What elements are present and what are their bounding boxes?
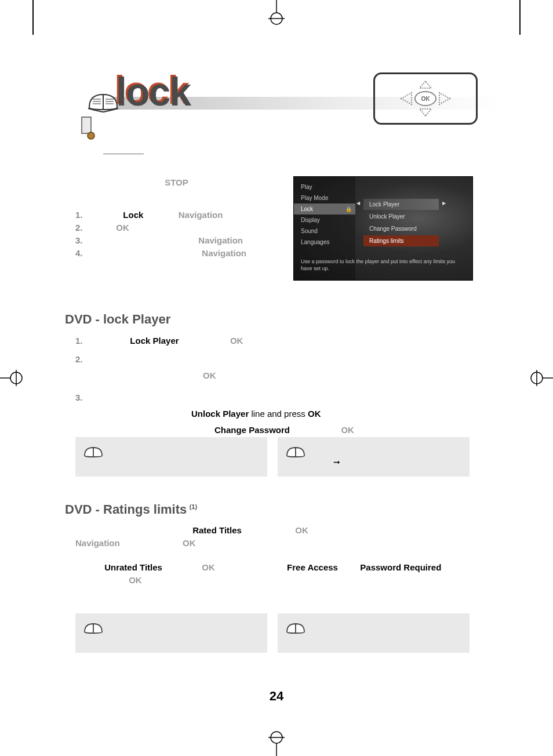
note-box (75, 613, 267, 653)
svg-text:OK: OK (421, 96, 431, 102)
note-box: ➞ (278, 437, 470, 477)
osd-menu-item: Display (301, 215, 355, 226)
osd-menu-item: Languages (301, 237, 355, 248)
osd-menu-item: Play (301, 181, 355, 192)
section-heading: DVD - lock Player (65, 312, 495, 327)
osd-menu-item-selected: Lock 🔒 (294, 203, 355, 215)
page-content: lock lock OK STOP (35, 35, 518, 721)
open-book-icon (83, 444, 104, 461)
svg-point-20 (88, 132, 94, 139)
ok-label: OK (203, 370, 216, 380)
crop-mark (32, 0, 34, 35)
unrated-titles-label: Unrated Titles (104, 562, 162, 572)
registration-mark-left (0, 366, 26, 390)
lock-icon: 🔒 (345, 206, 352, 212)
ok-label: OK (116, 223, 129, 232)
osd-option-highlight: Ratings limits (363, 235, 439, 246)
inline-text: line and press (251, 409, 305, 419)
free-access-label: Free Access (287, 562, 338, 572)
stop-line: STOP (75, 177, 188, 187)
registration-mark-top (265, 0, 288, 28)
open-book-icon (286, 444, 307, 461)
change-password-label: Change Password (214, 425, 290, 435)
registration-mark-right (527, 366, 553, 390)
note-box (75, 437, 267, 477)
section-lock-player: DVD - lock Player 1. Lock Player OK 2. O… (65, 312, 495, 438)
ok-label: OK (230, 336, 243, 346)
osd-option-selected: Lock Player (363, 199, 439, 210)
lock-label: Lock (123, 210, 143, 220)
open-book-icon (83, 620, 104, 638)
section-heading: DVD - Ratings limits (1) (65, 502, 495, 517)
osd-screenshot: Play Play Mode Lock 🔒 Display Sound Lang… (293, 176, 473, 281)
divider (103, 154, 144, 154)
access-steps: 1. Lock Navigation 2. OK 3. Navigation 4… (75, 209, 246, 260)
ok-label: OK (341, 425, 354, 435)
page-header: lock lock OK (58, 55, 501, 125)
navigation-label: Navigation (179, 210, 223, 220)
navigation-label: Navigation (75, 538, 120, 548)
navigation-label: Navigation (202, 248, 246, 258)
osd-option: Unlock Player (363, 211, 439, 222)
note-row-2 (75, 613, 470, 653)
ok-label: OK (295, 525, 308, 535)
crop-mark (519, 0, 521, 35)
arrow-icon: ➞ (333, 457, 340, 467)
lock-steps: 1. Lock Player OK 2. OK 3. Unlock Player… (75, 333, 495, 438)
ok-label: OK (202, 562, 215, 572)
ratings-body: Rated Titles OK Navigation OK Unrated Ti… (75, 524, 495, 587)
unlock-player-label: Unlock Player (191, 409, 249, 419)
page-number: 24 (270, 689, 283, 704)
osd-right-menu: Lock Player Unlock Player Change Passwor… (363, 199, 439, 248)
note-row-1: ➞ (75, 437, 470, 477)
osd-menu-item: Sound (301, 226, 355, 237)
ok-label: OK (129, 575, 142, 585)
lock-player-label: Lock Player (130, 336, 179, 346)
page-title: lock lock (116, 69, 190, 114)
note-box (278, 613, 470, 653)
navigation-label: Navigation (198, 235, 243, 245)
stop-label: STOP (165, 177, 188, 187)
ok-label: OK (308, 409, 321, 419)
remote-nav-diagram: OK (373, 72, 478, 125)
osd-help-text: Use a password to lock the player and pu… (301, 258, 465, 272)
attention-icon (78, 116, 97, 143)
registration-mark-bottom (265, 728, 288, 756)
osd-option: Change Password (363, 223, 439, 234)
rated-titles-label: Rated Titles (192, 525, 242, 535)
osd-menu-item: Play Mode (301, 192, 355, 203)
open-book-icon (286, 620, 307, 638)
section-ratings-limits: DVD - Ratings limits (1) Rated Titles OK… (65, 502, 495, 587)
ok-label: OK (183, 538, 196, 548)
password-required-label: Password Required (360, 562, 441, 572)
